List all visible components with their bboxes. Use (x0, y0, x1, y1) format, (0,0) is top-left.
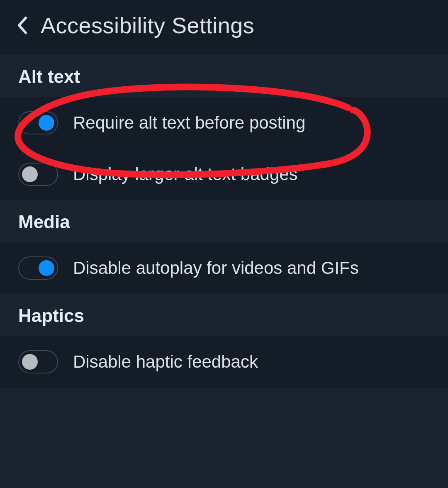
toggle-knob (22, 354, 38, 370)
toggle-knob (22, 166, 38, 182)
section-header-alt-text: Alt text (0, 55, 448, 97)
section-title-media: Media (18, 212, 430, 232)
header-bar: Accessibility Settings (0, 0, 448, 55)
toggle-disable-autoplay[interactable] (18, 256, 58, 280)
label-disable-haptics: Disable haptic feedback (73, 352, 258, 372)
row-require-alt-text[interactable]: Require alt text before posting (0, 97, 448, 149)
label-require-alt-text: Require alt text before posting (73, 113, 305, 133)
toggle-larger-alt-badges[interactable] (18, 163, 58, 186)
label-larger-alt-badges: Display larger alt text badges (73, 164, 298, 184)
section-title-alt-text: Alt text (18, 66, 430, 87)
row-larger-alt-badges[interactable]: Display larger alt text badges (0, 149, 448, 200)
row-disable-autoplay[interactable]: Disable autoplay for videos and GIFs (0, 242, 448, 294)
section-title-haptics: Haptics (18, 305, 430, 326)
label-disable-autoplay: Disable autoplay for videos and GIFs (73, 258, 359, 278)
toggle-knob (39, 115, 54, 131)
section-header-haptics: Haptics (0, 294, 448, 336)
toggle-disable-haptics[interactable] (18, 350, 58, 373)
bottom-spacer (0, 388, 448, 488)
section-header-media: Media (0, 200, 448, 242)
back-icon[interactable] (17, 16, 28, 34)
toggle-require-alt-text[interactable] (18, 111, 58, 134)
row-disable-haptics[interactable]: Disable haptic feedback (0, 336, 448, 388)
page-title: Accessibility Settings (41, 12, 254, 38)
toggle-knob (39, 260, 54, 276)
